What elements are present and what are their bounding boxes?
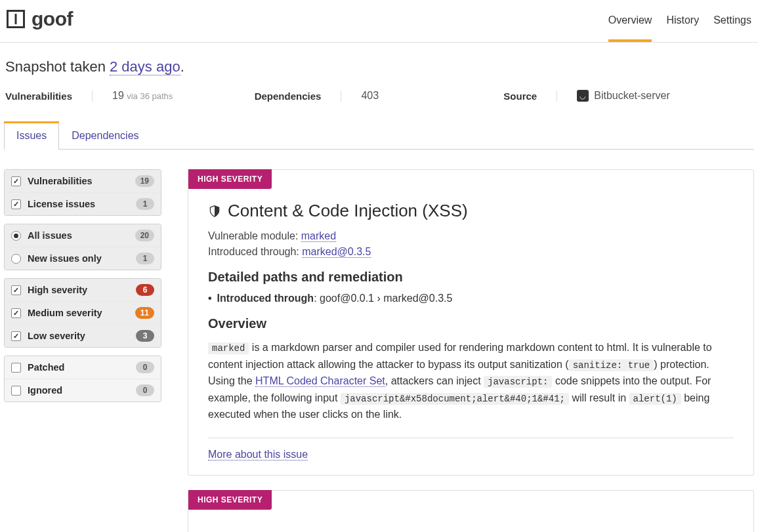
- filter-label: Medium severity: [28, 308, 129, 318]
- checkbox-icon: [11, 386, 21, 396]
- app-name: goof: [32, 8, 73, 30]
- filter-low-severity[interactable]: Low severity 3: [5, 325, 161, 347]
- stat-source-label: Source: [503, 91, 557, 102]
- stat-vulnerabilities: Vulnerabilities 19 via 36 paths: [5, 90, 255, 102]
- filter-label: Patched: [28, 362, 129, 373]
- checkbox-icon: [11, 363, 21, 373]
- more-about-link[interactable]: More about this issue: [208, 449, 308, 460]
- stat-dependencies: Dependencies 403: [255, 90, 504, 102]
- filter-patched[interactable]: Patched 0: [5, 356, 161, 379]
- introduced-label: Introduced through:: [208, 246, 302, 257]
- stat-vuln-count: 19: [112, 90, 124, 101]
- code-alert: alert(1): [629, 393, 681, 405]
- filter-ignored[interactable]: Ignored 0: [5, 379, 161, 401]
- filter-new-issues[interactable]: New issues only 1: [5, 247, 161, 270]
- introduced-link[interactable]: marked@0.3.5: [302, 246, 371, 258]
- ov-text: , attackers can inject: [385, 375, 484, 386]
- filter-count-badge: 20: [135, 230, 154, 241]
- divider: [208, 438, 734, 438]
- filter-count-badge: 0: [136, 384, 154, 396]
- filter-count-badge: 1: [136, 198, 154, 210]
- vuln-module-label: Vulnerable module:: [208, 230, 301, 241]
- filter-label: Ignored: [28, 385, 129, 396]
- vulnerable-module-line: Vulnerable module: marked: [208, 230, 734, 242]
- code-javascript: javascript:: [484, 376, 552, 388]
- overview-heading: Overview: [208, 316, 734, 331]
- nav-history[interactable]: History: [666, 8, 699, 42]
- code-payload: javascript&#x58document;alert&#40;1&#41;: [341, 393, 569, 405]
- snapshot-bar: Snapshot taken 2 days ago.: [0, 43, 758, 81]
- path-intro-label: Introduced through: [217, 293, 314, 304]
- overview-text: marked is a markdown parser and compiler…: [208, 339, 734, 423]
- stats-row: Vulnerabilities 19 via 36 paths Dependen…: [0, 81, 758, 121]
- checkbox-icon: [11, 176, 21, 186]
- filter-group-type: Vulnerabilities 19 License issues 1: [4, 169, 161, 216]
- tab-issues[interactable]: Issues: [4, 121, 59, 150]
- filter-count-badge: 3: [136, 330, 154, 342]
- path-value: : goof@0.0.1 › marked@0.3.5: [314, 293, 452, 304]
- issues-list: HIGH SEVERITY Content & Code Injection (…: [188, 169, 754, 532]
- code-marked: marked: [208, 342, 249, 354]
- stat-vuln-value: 19 via 36 paths: [112, 90, 173, 102]
- filter-count-badge: 11: [135, 307, 154, 319]
- stat-source-value: ◡ Bitbucket-server: [577, 90, 670, 102]
- filter-count-badge: 1: [136, 253, 154, 264]
- nav-overview[interactable]: Overview: [608, 8, 652, 42]
- filter-label: New issues only: [28, 253, 129, 264]
- issue-card: HIGH SEVERITY: [188, 490, 754, 532]
- filter-label: All issues: [28, 230, 129, 241]
- content: Vulnerabilities 19 License issues 1 All …: [0, 150, 758, 532]
- filter-group-scope: All issues 20 New issues only 1: [4, 224, 161, 270]
- nav-settings[interactable]: Settings: [713, 8, 751, 42]
- filter-high-severity[interactable]: High severity 6: [5, 279, 161, 302]
- checkbox-icon: [11, 199, 21, 209]
- radio-icon: [11, 231, 21, 241]
- filter-label: Low severity: [28, 331, 129, 341]
- header: goof Overview History Settings: [0, 0, 758, 43]
- stat-vuln-via: via 36 paths: [127, 91, 173, 101]
- snapshot-prefix: Snapshot taken: [5, 58, 110, 75]
- checkbox-icon: [11, 331, 21, 341]
- path-item: Introduced through: goof@0.0.1 › marked@…: [208, 293, 734, 304]
- paths-heading: Detailed paths and remediation: [208, 270, 734, 285]
- radio-icon: [11, 254, 21, 264]
- source-name: Bitbucket-server: [594, 90, 670, 102]
- html-charset-link[interactable]: HTML Coded Character Set: [255, 375, 385, 387]
- filter-medium-severity[interactable]: Medium severity 11: [5, 302, 161, 325]
- issue-title-text: Content & Code Injection (XSS): [228, 201, 468, 221]
- filter-label: High severity: [28, 285, 129, 295]
- stat-vuln-label: Vulnerabilities: [5, 91, 93, 102]
- filter-count-badge: 6: [136, 284, 154, 296]
- stat-dep-value: 403: [361, 90, 379, 102]
- filter-label: Vulnerabilities: [28, 176, 129, 186]
- snapshot-time-link[interactable]: 2 days ago: [110, 58, 180, 75]
- tab-dependencies[interactable]: Dependencies: [59, 121, 151, 150]
- filter-vulnerabilities[interactable]: Vulnerabilities 19: [5, 170, 161, 193]
- header-left: goof: [7, 8, 73, 42]
- snapshot-suffix: .: [180, 58, 184, 75]
- shield-icon: [208, 204, 221, 218]
- filter-label: License issues: [28, 199, 129, 209]
- bitbucket-icon: ◡: [577, 90, 589, 102]
- filter-count-badge: 0: [136, 361, 154, 373]
- stat-source: Source ◡ Bitbucket-server: [503, 90, 753, 102]
- filter-count-badge: 19: [135, 175, 154, 187]
- filter-license-issues[interactable]: License issues 1: [5, 193, 161, 215]
- checkbox-icon: [11, 285, 21, 295]
- checkbox-icon: [11, 308, 21, 318]
- vuln-module-link[interactable]: marked: [301, 230, 336, 242]
- content-tabs: Issues Dependencies: [4, 121, 754, 150]
- severity-badge: HIGH SEVERITY: [188, 169, 272, 189]
- stat-dep-label: Dependencies: [255, 91, 342, 102]
- filter-all-issues[interactable]: All issues 20: [5, 224, 161, 247]
- npm-icon: [7, 10, 25, 28]
- filter-sidebar: Vulnerabilities 19 License issues 1 All …: [4, 169, 161, 410]
- introduced-through-line: Introduced through: marked@0.3.5: [208, 246, 734, 258]
- ov-text: will result in: [569, 392, 629, 403]
- issue-title: Content & Code Injection (XSS): [208, 201, 734, 221]
- issue-card: HIGH SEVERITY Content & Code Injection (…: [188, 169, 754, 476]
- filter-group-status: Patched 0 Ignored 0: [4, 356, 161, 402]
- filter-group-severity: High severity 6 Medium severity 11 Low s…: [4, 278, 161, 348]
- severity-badge: HIGH SEVERITY: [188, 490, 272, 510]
- code-sanitize: sanitize: true: [569, 359, 654, 371]
